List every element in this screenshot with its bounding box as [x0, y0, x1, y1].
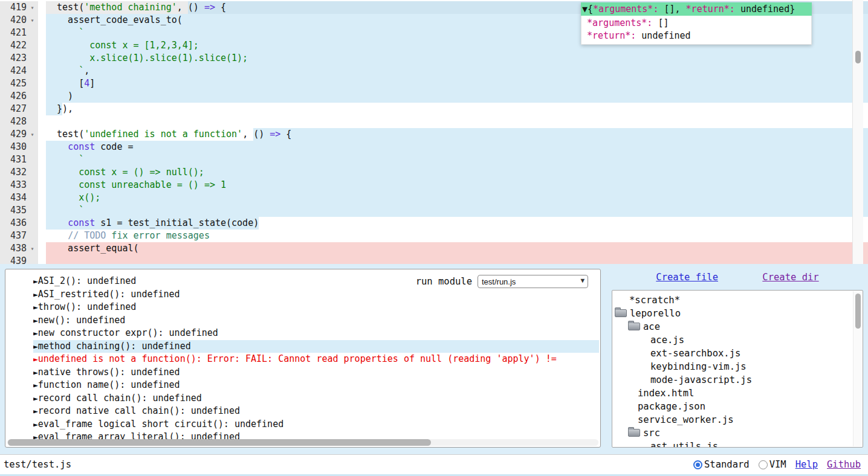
result-item[interactable]: ►undefined is not a function(): Error: F…: [33, 353, 599, 366]
expand-arrow-icon[interactable]: ►: [33, 290, 38, 299]
tree-file[interactable]: ace.js: [612, 333, 863, 347]
value-tooltip: ▼{*arguments*: [], *return*: undefined} …: [581, 2, 812, 45]
fold-arrow-icon[interactable]: ▾: [27, 242, 38, 255]
code-line[interactable]: 429▾ test('undefined is not a function',…: [0, 128, 868, 141]
results-hscrollbar-thumb[interactable]: [8, 439, 431, 446]
result-item[interactable]: ►ASI_restrited(): undefined: [33, 288, 599, 301]
expand-arrow-icon[interactable]: ►: [33, 329, 38, 338]
code-token: {: [215, 1, 226, 14]
result-text: throw(): undefined: [38, 301, 137, 312]
code-content: `: [38, 153, 868, 166]
code-token: ),: [62, 103, 73, 115]
code-line[interactable]: 427 }),: [0, 103, 868, 115]
editor-scrollbar-thumb[interactable]: [855, 51, 861, 63]
fold-arrow-icon[interactable]: ▾: [27, 128, 38, 141]
result-item[interactable]: ►function name(): undefined: [33, 379, 599, 392]
result-item[interactable]: ►record native call chain(): undefined: [33, 405, 599, 418]
result-item[interactable]: ►native throws(): undefined: [33, 366, 599, 379]
run-module-label: run module: [416, 276, 472, 287]
tree-file[interactable]: mode-javascript.js: [612, 373, 863, 387]
create-file-link[interactable]: Create file: [656, 272, 718, 283]
run-module-control: run module test/run.js ▼: [416, 275, 588, 288]
code-token: undefined}: [735, 2, 795, 16]
code-token: assert_code_evals_to(: [46, 14, 183, 27]
run-module-select[interactable]: test/run.js: [478, 275, 588, 288]
tree-file[interactable]: *scratch*: [612, 294, 863, 307]
expand-arrow-icon[interactable]: ►: [33, 394, 38, 403]
expand-arrow-icon[interactable]: ►: [33, 303, 38, 312]
expand-arrow-icon[interactable]: ►: [33, 381, 38, 390]
code-token: [: [46, 77, 84, 90]
code-line[interactable]: 437 // TODO fix error messages: [0, 230, 868, 242]
tooltip-row[interactable]: *return*: undefined: [581, 30, 811, 42]
code-token: code =: [95, 141, 133, 153]
keybinding-vim-option[interactable]: VIM: [759, 459, 786, 470]
code-content: const unreachable = () => 1: [38, 179, 868, 191]
tree-file[interactable]: package.json: [612, 400, 863, 413]
tree-item-label: package.json: [638, 401, 705, 412]
tree-folder[interactable]: leporello: [612, 307, 863, 320]
tree-scrollbar-thumb[interactable]: [855, 294, 861, 329]
code-line[interactable]: 433 const unreachable = () => 1: [0, 179, 868, 191]
code-line[interactable]: 428: [0, 115, 868, 128]
tree-folder[interactable]: src: [612, 426, 863, 440]
code-token: [46, 141, 68, 153]
code-line[interactable]: 432 const x = () => null();: [0, 166, 868, 179]
code-line[interactable]: 438▾ assert_equal(: [0, 242, 868, 255]
result-item[interactable]: ►new(): undefined: [33, 314, 599, 327]
code-token: *arguments*:: [587, 17, 652, 30]
code-line[interactable]: 424 `,: [0, 65, 868, 77]
result-item[interactable]: ►eval_frame logical short circuit(): und…: [33, 418, 599, 431]
expand-arrow-icon[interactable]: ►: [33, 407, 38, 416]
tooltip-row[interactable]: *arguments*: []: [581, 17, 811, 30]
results-hscrollbar[interactable]: [7, 439, 598, 446]
expand-arrow-icon[interactable]: ►: [33, 355, 38, 364]
code-line[interactable]: 434 x();: [0, 191, 868, 204]
result-item[interactable]: ►record call chain(): undefined: [33, 392, 599, 405]
code-line[interactable]: 423 x.slice(1).slice(1).slice(1);: [0, 52, 868, 65]
tree-file[interactable]: keybinding-vim.js: [612, 360, 863, 373]
expand-arrow-icon[interactable]: ►: [33, 316, 38, 325]
gutter-cell: 430: [0, 141, 38, 153]
tooltip-summary[interactable]: ▼{*arguments*: [], *return*: undefined}: [581, 2, 812, 16]
code-token: {: [280, 128, 291, 141]
tree-folder[interactable]: ace: [612, 320, 863, 333]
code-token: x();: [46, 191, 100, 204]
code-line[interactable]: 430 const code =: [0, 141, 868, 153]
gutter-cell: 422: [0, 39, 38, 52]
help-link[interactable]: Help: [795, 459, 818, 470]
code-token: test(: [46, 128, 84, 141]
code-editor[interactable]: 419▾ test('method chaining', () => {420▾…: [0, 0, 868, 264]
fold-arrow-icon[interactable]: ▾: [27, 14, 38, 27]
code-line[interactable]: 426 ): [0, 90, 868, 103]
fold-arrow-icon[interactable]: ▾: [27, 1, 38, 14]
create-dir-link[interactable]: Create dir: [762, 272, 818, 283]
radio-vim-icon[interactable]: [759, 460, 768, 469]
expand-arrow-icon[interactable]: ►: [33, 277, 38, 286]
tree-file[interactable]: service_worker.js: [612, 413, 863, 426]
tree-scrollbar[interactable]: [853, 291, 862, 446]
code-token: const x = () => null();: [46, 166, 204, 179]
expand-arrow-icon[interactable]: ►: [33, 368, 38, 377]
radio-standard-icon[interactable]: [693, 460, 702, 469]
tree-file[interactable]: ast_utils.js: [612, 440, 863, 448]
keybinding-standard-option[interactable]: Standard: [693, 459, 750, 470]
github-link[interactable]: Github: [827, 459, 861, 470]
code-line[interactable]: 435 `: [0, 204, 868, 217]
tree-file[interactable]: ext-searchbox.js: [612, 347, 863, 360]
result-item[interactable]: ►new constructor expr(): undefined: [33, 327, 599, 340]
result-item[interactable]: ►method chaining(): undefined: [33, 340, 599, 353]
code-line[interactable]: 439: [0, 255, 868, 264]
folder-icon: [628, 429, 640, 437]
results-list: ►ASI_2(): undefined►ASI_restrited(): und…: [5, 275, 599, 444]
result-item[interactable]: ►throw(): undefined: [33, 301, 599, 314]
editor-scrollbar[interactable]: [852, 0, 863, 264]
code-line[interactable]: 436 const s1 = test_initial_state(code): [0, 217, 868, 230]
code-line[interactable]: 425 [4]: [0, 77, 868, 90]
tree-file[interactable]: index.html: [612, 387, 863, 400]
code-token: (): [188, 1, 204, 14]
expand-arrow-icon[interactable]: ►: [33, 420, 38, 429]
expand-arrow-icon[interactable]: ►: [33, 342, 38, 351]
code-line[interactable]: 431 `: [0, 153, 868, 166]
line-number: 429: [0, 128, 27, 141]
